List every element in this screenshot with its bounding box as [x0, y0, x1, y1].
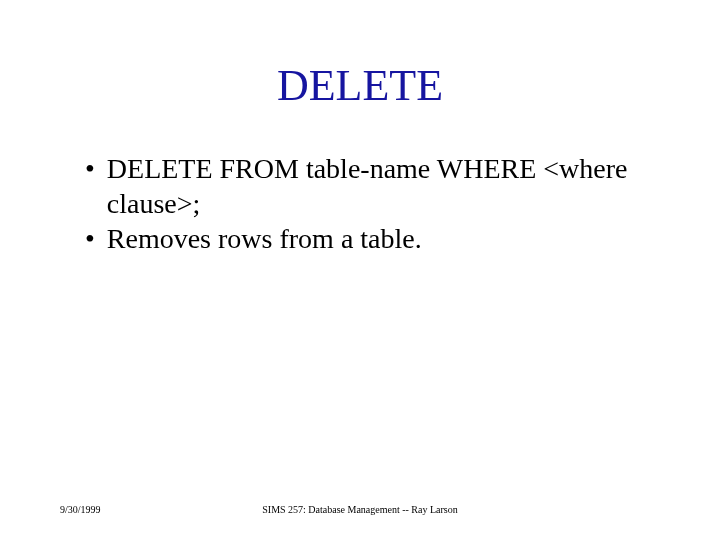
bullet-text: Removes rows from a table.: [107, 221, 660, 256]
bullet-item: • Removes rows from a table.: [85, 221, 660, 256]
bullet-marker: •: [85, 151, 95, 186]
slide-title: DELETE: [60, 60, 660, 111]
bullet-item: • DELETE FROM table-name WHERE <where cl…: [85, 151, 660, 221]
footer-course: SIMS 257: Database Management -- Ray Lar…: [262, 504, 458, 515]
slide-container: DELETE • DELETE FROM table-name WHERE <w…: [0, 0, 720, 540]
footer-date: 9/30/1999: [60, 504, 101, 515]
slide-content: • DELETE FROM table-name WHERE <where cl…: [60, 151, 660, 256]
bullet-text: DELETE FROM table-name WHERE <where clau…: [107, 151, 660, 221]
slide-footer: 9/30/1999 SIMS 257: Database Management …: [60, 504, 660, 515]
bullet-marker: •: [85, 221, 95, 256]
